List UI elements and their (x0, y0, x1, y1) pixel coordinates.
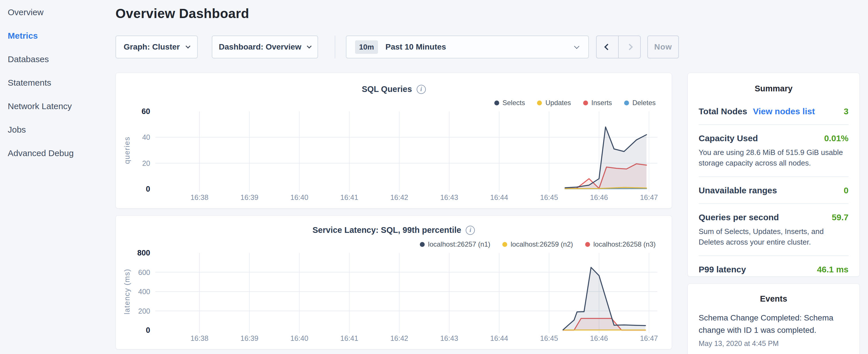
summary-row-value: 0 (844, 186, 848, 195)
graph-scope-dropdown-label: Graph: Cluster (124, 42, 180, 52)
db-console-metrics-page: { "sidebar": { "items": [ { "label": "Ov… (0, 0, 868, 354)
svg-text:16:44: 16:44 (490, 334, 508, 342)
service-latency-chart-card: Service Latency: SQL, 99th percentile i … (116, 215, 672, 349)
svg-text:16:43: 16:43 (440, 334, 458, 342)
sql-queries-chart-card: SQL Queries i SelectsUpdatesInsertsDelet… (116, 73, 672, 208)
chevron-down-icon (574, 43, 579, 49)
summary-row-total-nodes: Total Nodes View nodes list 3 (699, 98, 848, 124)
svg-text:0: 0 (146, 326, 150, 334)
svg-text:16:38: 16:38 (191, 193, 209, 201)
chevron-right-icon (626, 44, 633, 51)
svg-text:16:38: 16:38 (191, 334, 209, 342)
svg-text:16:47: 16:47 (640, 193, 658, 201)
svg-text:16:43: 16:43 (440, 193, 458, 201)
summary-title: Summary (699, 84, 848, 93)
summary-row-value: 59.7 (832, 213, 848, 222)
summary-row-label: Unavailable ranges (699, 186, 777, 195)
sidebar-item-metrics[interactable]: Metrics (8, 28, 115, 51)
event-list-item[interactable]: Schema Change Completed: Schema change w… (699, 312, 848, 348)
summary-row-queries-per-second: Queries per second 59.7 Sum of Selects, … (699, 203, 848, 255)
sidebar-item-network-latency[interactable]: Network Latency (8, 98, 115, 122)
svg-text:16:41: 16:41 (340, 193, 359, 201)
summary-row-capacity-used: Capacity Used 0.01% You are using 28.6 M… (699, 124, 848, 176)
view-nodes-list-link[interactable]: View nodes list (753, 106, 815, 116)
sidebar-item-statements[interactable]: Statements (8, 74, 115, 98)
sidebar-item-advanced-debug[interactable]: Advanced Debug (8, 145, 115, 168)
event-message: Schema Change Completed: Schema change w… (699, 312, 848, 336)
summary-row-subtext: Sum of Selects, Updates, Inserts, and De… (699, 226, 848, 248)
sidebar-item-overview[interactable]: Overview (8, 4, 115, 28)
svg-text:16:39: 16:39 (241, 193, 258, 201)
chevron-left-icon (604, 44, 611, 51)
summary-row-label: Queries per second (699, 213, 779, 222)
svg-text:16:46: 16:46 (590, 334, 608, 342)
summary-row-value: 0.01% (824, 133, 848, 143)
time-back-button[interactable] (597, 36, 618, 58)
time-range-label: Past 10 Minutes (385, 42, 446, 52)
summary-panel: Summary Total Nodes View nodes list 3 Ca… (687, 73, 860, 277)
page-title: Overview Dashboard (116, 6, 249, 21)
svg-text:20: 20 (142, 159, 150, 167)
svg-text:16:40: 16:40 (290, 193, 308, 201)
events-title: Events (699, 294, 848, 303)
svg-text:40: 40 (142, 133, 150, 141)
svg-text:400: 400 (138, 288, 150, 296)
summary-row-unavailable-ranges: Unavailable ranges 0 (699, 176, 848, 203)
summary-row-label: Capacity Used (699, 133, 758, 143)
now-button[interactable]: Now (647, 35, 679, 58)
service-latency-plot: 16:3816:3916:4016:4116:4216:4316:4416:45… (116, 216, 672, 350)
time-range-selector[interactable]: 10m Past 10 Minutes (346, 35, 589, 58)
svg-text:60: 60 (142, 107, 150, 116)
chevron-down-icon (185, 44, 190, 49)
svg-text:16:40: 16:40 (290, 334, 308, 342)
summary-row-label: P99 latency (699, 265, 746, 275)
dashboard-dropdown[interactable]: Dashboard: Overview (212, 35, 318, 58)
svg-text:16:44: 16:44 (490, 193, 508, 201)
svg-text:16:42: 16:42 (390, 193, 408, 201)
svg-text:16:39: 16:39 (241, 334, 258, 342)
svg-text:16:45: 16:45 (540, 334, 558, 342)
svg-text:600: 600 (138, 268, 150, 277)
event-timestamp: May 13, 2020 at 4:45 PM (699, 340, 848, 348)
dashboard-dropdown-label: Dashboard: Overview (219, 42, 302, 52)
time-range-badge: 10m (355, 40, 378, 54)
svg-text:16:41: 16:41 (340, 334, 359, 342)
summary-row-subtext: You are using 28.6 MiB of 515.9 GiB usab… (699, 147, 848, 168)
summary-row-value: 46.1 ms (817, 265, 848, 275)
events-panel: Events Schema Change Completed: Schema c… (687, 284, 860, 354)
time-window-pager (596, 35, 641, 58)
graph-scope-dropdown[interactable]: Graph: Cluster (116, 35, 198, 58)
svg-text:16:46: 16:46 (590, 193, 608, 201)
svg-text:latency (ms): latency (ms) (123, 269, 131, 315)
controls-divider (335, 35, 335, 58)
svg-text:0: 0 (146, 185, 150, 193)
svg-text:16:42: 16:42 (390, 334, 408, 342)
svg-text:200: 200 (138, 307, 150, 315)
summary-row-value: 3 (844, 106, 848, 116)
svg-text:16:47: 16:47 (640, 334, 658, 342)
sidebar-item-databases[interactable]: Databases (8, 51, 115, 74)
time-forward-button[interactable] (618, 36, 640, 58)
svg-text:queries: queries (123, 137, 131, 164)
summary-row-label: Total Nodes (699, 106, 747, 116)
summary-row-p99-latency: P99 latency 46.1 ms (699, 255, 848, 282)
svg-text:800: 800 (137, 249, 150, 257)
svg-text:16:45: 16:45 (540, 193, 558, 201)
sidebar-item-jobs[interactable]: Jobs (8, 122, 115, 145)
chevron-down-icon (307, 44, 312, 49)
sidebar-nav: Overview Metrics Databases Statements Ne… (0, 0, 115, 354)
sql-queries-plot: 16:3816:3916:4016:4116:4216:4316:4416:45… (116, 73, 672, 209)
